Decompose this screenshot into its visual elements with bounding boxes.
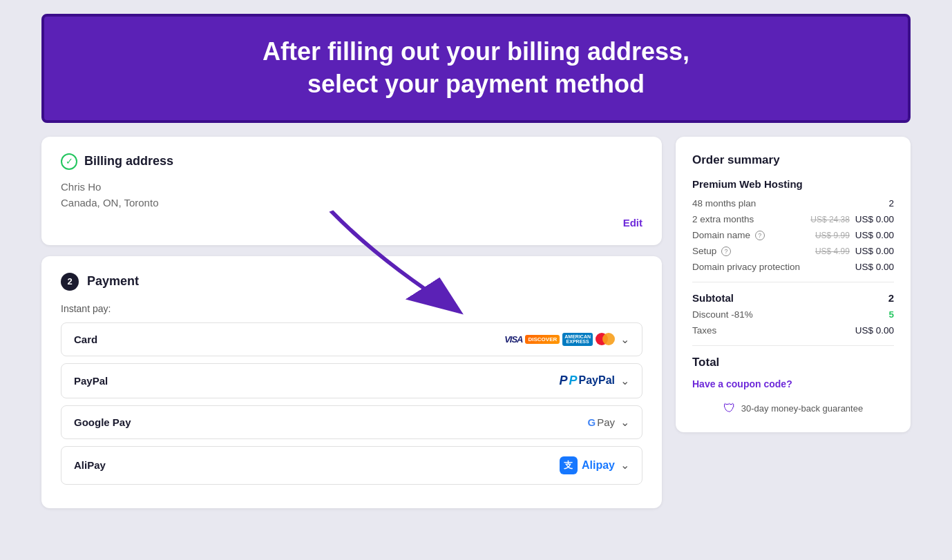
main-content: ✓ Billing address Chris Ho Canada, ON, T… xyxy=(41,137,911,508)
setup-value: US$ 0.00 xyxy=(855,246,894,256)
paypal-chevron-icon: ⌄ xyxy=(620,374,629,387)
payment-method-card[interactable]: Card VISA DISCOVER AMERICANEXPRESS ⌄ xyxy=(61,322,642,356)
alipay-method-right: 支 Alipay ⌄ xyxy=(560,456,629,474)
paypal-logo: P P PayPal xyxy=(559,374,615,388)
shield-icon: 🛡 xyxy=(723,401,736,416)
privacy-row: Domain privacy protection US$ 0.00 xyxy=(692,262,894,272)
discount-label: Discount -81% xyxy=(692,309,753,320)
setup-row: Setup ? US$ 4.99 US$ 0.00 xyxy=(692,246,894,256)
plan-row: 48 months plan 2 xyxy=(692,198,894,209)
top-banner: After filling out your billing address, … xyxy=(41,14,911,123)
payment-method-paypal[interactable]: PayPal P P PayPal ⌄ xyxy=(61,363,642,398)
card-chevron-icon: ⌄ xyxy=(620,333,629,346)
card-method-name: Card xyxy=(74,334,97,345)
setup-info-icon[interactable]: ? xyxy=(721,247,731,256)
setup-label: Setup ? xyxy=(692,246,731,256)
extra-months-value: US$ 0.00 xyxy=(855,214,894,224)
total-label: Total xyxy=(692,356,719,369)
paypal-method-right: P P PayPal ⌄ xyxy=(559,374,629,388)
billing-name: Chris Ho xyxy=(61,181,642,193)
billing-footer: Edit xyxy=(61,217,642,229)
domain-row: Domain name ? US$ 9.99 US$ 0.00 xyxy=(692,230,894,240)
discover-logo: DISCOVER xyxy=(525,335,560,344)
payment-method-alipay[interactable]: AliPay 支 Alipay ⌄ xyxy=(61,446,642,485)
extra-months-original: US$ 24.38 xyxy=(810,215,850,224)
gpay-chevron-icon: ⌄ xyxy=(620,416,629,429)
billing-address-card: ✓ Billing address Chris Ho Canada, ON, T… xyxy=(41,137,662,245)
card-logos: VISA DISCOVER AMERICANEXPRESS xyxy=(504,333,615,346)
domain-info-icon[interactable]: ? xyxy=(755,231,765,240)
subtotal-label: Subtotal xyxy=(692,292,734,304)
card-method-right: VISA DISCOVER AMERICANEXPRESS ⌄ xyxy=(504,333,629,346)
plan-value: 2 xyxy=(888,198,894,209)
banner-line2: select your payment method xyxy=(307,70,645,98)
domain-price: US$ 9.99 US$ 0.00 xyxy=(815,230,894,240)
payment-title: Payment xyxy=(87,274,139,289)
domain-value: US$ 0.00 xyxy=(855,230,894,240)
order-summary-title: Order summary xyxy=(692,153,894,167)
alipay-chevron-icon: ⌄ xyxy=(620,458,629,472)
extra-months-row: 2 extra months US$ 24.38 US$ 0.00 xyxy=(692,214,894,224)
payment-header: 2 Payment xyxy=(61,273,642,291)
plan-label: 48 months plan xyxy=(692,198,756,209)
subtotal-value: 2 xyxy=(888,292,894,304)
paypal-method-name: PayPal xyxy=(74,375,108,387)
extra-months-price: US$ 24.38 US$ 0.00 xyxy=(810,214,894,224)
divider-2 xyxy=(692,345,894,346)
domain-label: Domain name ? xyxy=(692,230,765,240)
guarantee-row: 🛡 30-day money-back guarantee xyxy=(692,401,894,416)
instant-pay-label: Instant pay: xyxy=(61,303,642,314)
edit-link[interactable]: Edit xyxy=(623,217,642,229)
privacy-label: Domain privacy protection xyxy=(692,262,800,272)
extra-months-label: 2 extra months xyxy=(692,214,754,224)
privacy-value: US$ 0.00 xyxy=(855,262,894,272)
total-row: Total xyxy=(692,356,894,369)
guarantee-text: 30-day money-back guarantee xyxy=(741,403,863,414)
subtotal-row: Subtotal 2 xyxy=(692,292,894,304)
visa-logo: VISA xyxy=(504,334,522,345)
discount-value: 5 xyxy=(888,309,894,320)
discount-row: Discount -81% 5 xyxy=(692,309,894,320)
payment-method-gpay[interactable]: Google Pay G Pay ⌄ xyxy=(61,405,642,439)
billing-title: Billing address xyxy=(84,154,173,168)
billing-location: Canada, ON, Toronto xyxy=(61,197,642,209)
billing-header: ✓ Billing address xyxy=(61,153,642,170)
left-panel: ✓ Billing address Chris Ho Canada, ON, T… xyxy=(41,137,662,508)
product-name: Premium Web Hosting xyxy=(692,178,894,190)
tax-row: Taxes US$ 0.00 xyxy=(692,325,894,336)
mastercard-logo xyxy=(596,333,615,345)
domain-original: US$ 9.99 xyxy=(815,231,850,240)
setup-original: US$ 4.99 xyxy=(815,247,850,256)
step-badge: 2 xyxy=(61,273,79,291)
banner-line1: After filling out your billing address, xyxy=(263,37,689,66)
amex-logo: AMERICANEXPRESS xyxy=(562,333,593,346)
gpay-logo: G Pay xyxy=(587,416,615,428)
divider-1 xyxy=(692,282,894,282)
order-summary-panel: Order summary Premium Web Hosting 48 mon… xyxy=(676,137,911,433)
gpay-method-right: G Pay ⌄ xyxy=(587,416,629,429)
alipay-logo: 支 Alipay xyxy=(560,456,615,474)
gpay-method-name: Google Pay xyxy=(74,416,131,428)
alipay-icon: 支 xyxy=(560,456,578,474)
coupon-link[interactable]: Have a coupon code? xyxy=(692,378,792,389)
alipay-method-name: AliPay xyxy=(74,459,106,471)
setup-price: US$ 4.99 US$ 0.00 xyxy=(815,246,894,256)
tax-value: US$ 0.00 xyxy=(855,325,894,336)
check-circle-icon: ✓ xyxy=(61,153,77,170)
tax-label: Taxes xyxy=(692,325,716,336)
payment-card: 2 Payment Instant pay: Card VISA DISCOVE… xyxy=(41,256,662,508)
